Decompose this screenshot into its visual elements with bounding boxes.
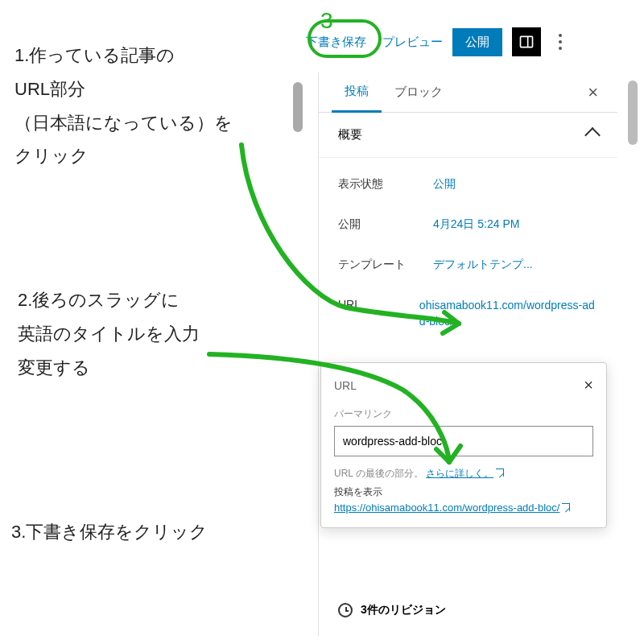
revisions-label: 3件のリビジョン [361,603,446,617]
sidebar-scrollbar[interactable] [628,72,638,636]
learn-more-link[interactable]: さらに詳しく。 [426,468,504,479]
popover-title: URL [334,379,357,392]
sidebar-close-button[interactable]: × [581,76,605,109]
row-visibility: 表示状態 公開 [338,164,598,204]
template-value[interactable]: デフォルトテンプ... [433,258,533,272]
section-summary-title: 概要 [338,127,362,142]
annotation-step1: 1.作っている記事の URL部分 （日本語になっている）を クリック [14,39,320,173]
helper-prefix: URL の最後の部分。 [334,468,426,479]
editor-scrollbar[interactable] [293,82,303,243]
view-post-link[interactable]: https://ohisamabook11.com/wordpress-add-… [334,502,570,514]
view-post-label: 投稿を表示 [334,485,593,500]
permalink-input[interactable] [334,426,593,456]
popover-close-button[interactable]: × [584,376,593,394]
permalink-label: パーマリンク [334,407,593,421]
settings-panel-toggle[interactable] [512,27,541,56]
publish-label: 公開 [338,217,433,232]
history-icon [338,603,353,617]
chevron-up-icon [584,127,601,143]
post-settings-sidebar: 投稿 ブロック × 概要 表示状態 公開 公開 4月24日 5:24 PM テン… [318,72,617,636]
annotation-step2: 2.後ろのスラッグに 英語のタイトルを入力 変更する [18,283,200,384]
panel-icon [518,34,535,50]
template-label: テンプレート [338,258,433,272]
svg-rect-0 [521,36,533,47]
permalink-helper: URL の最後の部分。 さらに詳しく。 [334,466,593,481]
annotation-step3-number: 3 [320,8,333,34]
visibility-label: 表示状態 [338,177,433,192]
revisions-button[interactable]: 3件のリビジョン [319,590,617,630]
row-url: URL ohisamabook11.com/wordpress-add-bloc… [338,285,598,342]
draft-save-button[interactable]: 下書き保存 [306,35,366,50]
sidebar-tabs: 投稿 ブロック × [319,72,617,113]
url-value[interactable]: ohisamabook11.com/wordpress-add-bloc/ [419,298,598,329]
url-popover: URL × パーマリンク URL の最後の部分。 さらに詳しく。 投稿を表示 h… [320,362,607,528]
more-menu-button[interactable] [551,27,570,56]
external-link-icon [562,503,570,511]
preview-button[interactable]: プレビュー [382,35,443,50]
url-label: URL [338,298,419,329]
annotation-step3: 3.下書き保存をクリック [11,515,208,549]
row-template: テンプレート デフォルトテンプ... [338,245,598,285]
publish-button[interactable]: 公開 [452,28,502,56]
row-publish: 公開 4月24日 5:24 PM [338,204,598,245]
publish-value[interactable]: 4月24日 5:24 PM [433,217,519,232]
editor-toolbar: 下書き保存 プレビュー 公開 [306,27,628,56]
scrollbar-thumb[interactable] [293,82,303,132]
external-link-icon [496,469,504,477]
section-summary-header[interactable]: 概要 [319,113,617,158]
tab-block[interactable]: ブロック [382,73,456,111]
section-summary-body: 表示状態 公開 公開 4月24日 5:24 PM テンプレート デフォルトテンプ… [319,158,617,349]
scrollbar-thumb[interactable] [628,80,638,145]
tab-post[interactable]: 投稿 [332,72,382,113]
visibility-value[interactable]: 公開 [433,177,456,192]
